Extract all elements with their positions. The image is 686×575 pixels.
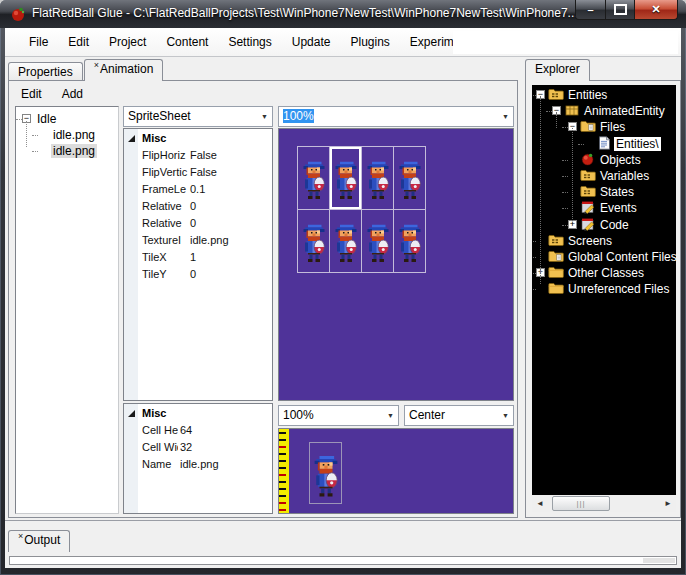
property-row-framele[interactable]: FrameLe0.1 <box>124 181 272 198</box>
property-value[interactable]: 64 <box>180 424 192 436</box>
frame-zoom-dropdown[interactable]: 100% ▼ <box>278 405 399 426</box>
scrollbar-thumb[interactable]: ||| <box>552 496 610 511</box>
explorer-node-animatedentity[interactable]: −AnimatedEntity <box>532 103 676 119</box>
titlebar[interactable]: FlatRedBall Glue - C:\FlatRedBallProject… <box>0 0 686 28</box>
sprite-cell[interactable] <box>394 147 425 209</box>
property-row-relative[interactable]: Relative0 <box>124 215 272 232</box>
tree-item-label: Entities\ <box>614 137 661 151</box>
property-category-row[interactable]: Misc <box>124 405 272 422</box>
tree-connector <box>532 289 536 291</box>
entity-icon <box>564 103 580 117</box>
explorer-node-objects[interactable]: Objects <box>532 152 676 168</box>
menu-content[interactable]: Content <box>156 30 218 54</box>
property-value[interactable]: 0.1 <box>190 183 205 195</box>
explorer-node-entities[interactable]: Entities\ <box>532 136 676 152</box>
ruler-tick <box>279 467 286 469</box>
property-value[interactable]: False <box>190 166 217 178</box>
menu-settings[interactable]: Settings <box>218 30 281 54</box>
sheet-zoom-dropdown[interactable]: 100% ▼ <box>278 106 514 127</box>
menu-edit[interactable]: Edit <box>58 30 99 54</box>
alignment-dropdown[interactable]: Center ▼ <box>404 405 514 426</box>
explorer-tree[interactable]: −Entities−AnimatedEntity−FilesEntities\O… <box>532 85 676 512</box>
property-row-name[interactable]: Nameidle.png <box>124 456 272 473</box>
cell-property-grid[interactable]: MiscCell Heig64Cell Wid32Nameidle.png <box>123 403 273 514</box>
property-value[interactable]: 0 <box>190 217 196 229</box>
ball-icon <box>580 152 596 166</box>
sprite-cell[interactable] <box>298 147 329 209</box>
property-value[interactable]: 0 <box>190 200 196 212</box>
spritesheet-grid <box>297 146 426 273</box>
entity-folder-icon <box>580 184 596 198</box>
property-name: Name <box>142 458 178 470</box>
explorer-node-files[interactable]: −Files <box>532 119 676 135</box>
property-value[interactable]: 0 <box>190 268 196 280</box>
close-tab-icon[interactable]: × <box>94 60 99 70</box>
tab-animation[interactable]: ×Animation <box>84 59 164 81</box>
scroll-left-arrow[interactable]: ◄ <box>532 495 548 512</box>
sprite-cell[interactable] <box>330 210 361 272</box>
explorer-node-events[interactable]: Events <box>532 200 676 216</box>
animation-tree[interactable]: −Idleidle.pngidle.png <box>15 106 119 514</box>
ruler-tick <box>279 432 286 434</box>
property-category-row[interactable]: Misc <box>124 130 272 147</box>
anim-node-idle[interactable]: −Idle <box>16 111 118 127</box>
anim-node-idle-png[interactable]: idle.png <box>16 143 118 159</box>
pirate-sprite <box>334 223 358 265</box>
property-row-flipvertic[interactable]: FlipVerticFalse <box>124 164 272 181</box>
property-row-texturei[interactable]: TextureIidle.png <box>124 232 272 249</box>
menu-project[interactable]: Project <box>99 30 156 54</box>
close-icon: ✕ <box>651 3 660 16</box>
horizontal-scrollbar[interactable]: ◄ ||| ► <box>532 495 676 512</box>
menu-file[interactable]: File <box>19 30 58 54</box>
sprite-cell-selected[interactable] <box>330 147 361 209</box>
property-row-fliphoriz[interactable]: FlipHorizFalse <box>124 147 272 164</box>
explorer-node-global-content-files[interactable]: Global Content Files <box>532 249 676 265</box>
ruler-tick <box>279 495 286 497</box>
explorer-node-entities[interactable]: −Entities <box>532 87 676 103</box>
sprite-cell[interactable] <box>394 210 425 272</box>
explorer-node-variables[interactable]: Variables <box>532 168 676 184</box>
scroll-right-arrow[interactable]: ► <box>660 495 676 512</box>
animation-type-dropdown[interactable]: SpriteSheet ▼ <box>123 106 273 127</box>
sprite-property-grid[interactable]: MiscFlipHorizFalseFlipVerticFalseFrameLe… <box>123 128 273 401</box>
tab-properties[interactable]: Properties <box>8 62 83 81</box>
property-row-tiley[interactable]: TileY0 <box>124 266 272 283</box>
explorer-node-other-classes[interactable]: +Other Classes <box>532 265 676 281</box>
frame-preview[interactable] <box>278 428 514 514</box>
close-tab-icon[interactable]: × <box>18 531 23 541</box>
property-row-cell-wid[interactable]: Cell Wid32 <box>124 439 272 456</box>
animation-menu-edit[interactable]: Edit <box>11 82 52 106</box>
category-collapse-icon[interactable] <box>128 135 135 142</box>
menu-plugins[interactable]: Plugins <box>340 30 399 54</box>
property-value[interactable]: False <box>190 149 217 161</box>
progressbar-endcap <box>643 558 675 563</box>
property-value[interactable]: 32 <box>180 441 192 453</box>
sprite-cell[interactable] <box>362 147 393 209</box>
property-value[interactable]: idle.png <box>190 234 229 246</box>
explorer-node-code[interactable]: +Code <box>532 217 676 233</box>
explorer-node-unreferenced-files[interactable]: Unreferenced Files <box>532 281 676 297</box>
anim-node-idle-png[interactable]: idle.png <box>16 127 118 143</box>
animation-menu-add[interactable]: Add <box>52 82 93 106</box>
property-name: TileX <box>142 251 188 263</box>
property-value[interactable]: idle.png <box>180 458 219 470</box>
explorer-node-screens[interactable]: Screens <box>532 233 676 249</box>
tab-explorer[interactable]: Explorer <box>525 59 590 81</box>
property-row-relative[interactable]: Relative0 <box>124 198 272 215</box>
spritesheet-preview[interactable] <box>278 128 514 401</box>
pencil-icon <box>580 200 596 214</box>
minimize-button[interactable]: – <box>575 0 606 20</box>
close-button[interactable]: ✕ <box>634 0 678 20</box>
category-collapse-icon[interactable] <box>128 410 135 417</box>
tab-output[interactable]: ×Output <box>8 530 70 552</box>
explorer-node-states[interactable]: States <box>532 184 676 200</box>
tree-connector <box>562 208 568 210</box>
sprite-cell[interactable] <box>298 210 329 272</box>
property-row-cell-heig[interactable]: Cell Heig64 <box>124 422 272 439</box>
property-row-tilex[interactable]: TileX1 <box>124 249 272 266</box>
tree-guide-line <box>556 112 558 128</box>
property-value[interactable]: 1 <box>190 251 196 263</box>
maximize-button[interactable] <box>606 0 634 20</box>
sprite-cell[interactable] <box>362 210 393 272</box>
menu-update[interactable]: Update <box>282 30 341 54</box>
